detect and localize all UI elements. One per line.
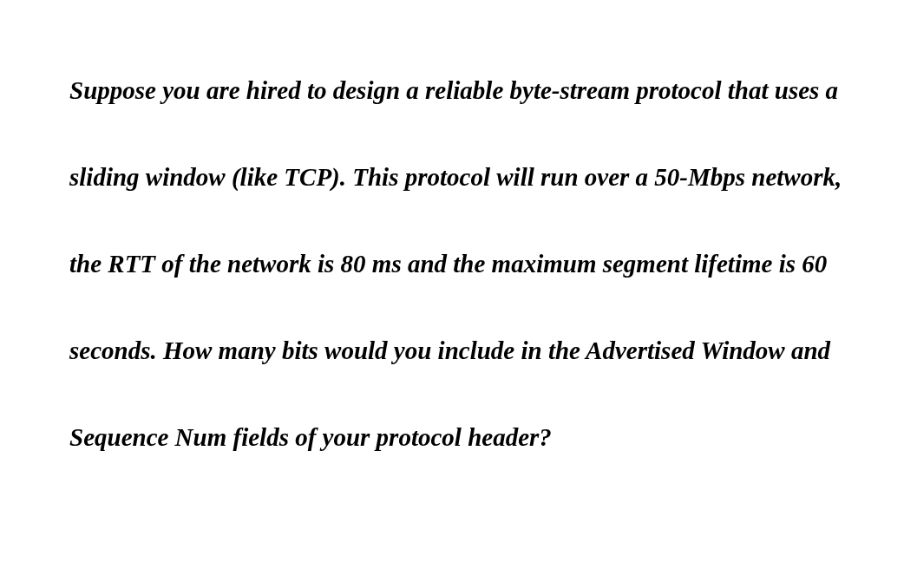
question-text: Suppose you are hired to design a reliab… bbox=[69, 47, 848, 480]
document-page: Suppose you are hired to design a reliab… bbox=[0, 0, 917, 588]
